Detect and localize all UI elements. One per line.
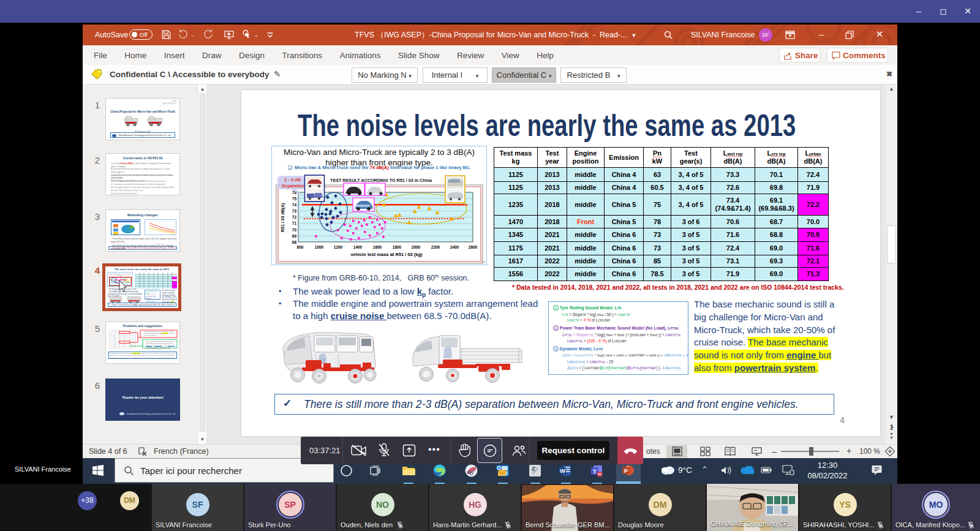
- svg-text:O: O: [497, 465, 501, 471]
- svg-text:P: P: [624, 467, 628, 474]
- svg-text:2 - 3 dB: 2 - 3 dB: [284, 177, 301, 183]
- svg-text:2200: 2200: [431, 245, 440, 249]
- svg-text:75: 75: [292, 197, 297, 201]
- svg-text:1000: 1000: [315, 245, 324, 249]
- svg-text:800: 800: [297, 245, 304, 249]
- svg-text:1200: 1200: [334, 245, 343, 249]
- svg-text:1400: 1400: [353, 245, 363, 249]
- svg-text:vehicle test mass at R51 / 03: vehicle test mass at R51 / 03 (kg): [350, 252, 423, 257]
- svg-text:R51 / 03 dB(A): R51 / 03 dB(A): [281, 203, 285, 232]
- svg-text:73: 73: [292, 209, 297, 213]
- svg-text:74: 74: [292, 203, 297, 207]
- svg-text:Separation: Separation: [282, 183, 306, 189]
- svg-text:2000: 2000: [412, 245, 421, 249]
- svg-text:70: 70: [292, 228, 297, 232]
- svg-text:71: 71: [292, 221, 297, 225]
- svg-text:68: 68: [292, 240, 297, 244]
- svg-text:1800: 1800: [393, 245, 402, 249]
- svg-text:T: T: [593, 468, 597, 475]
- svg-text:W: W: [560, 467, 565, 474]
- svg-text:72: 72: [292, 215, 297, 219]
- svg-text:69: 69: [292, 234, 297, 238]
- svg-text:TEST RESULT ACCORDING TO R51 /: TEST RESULT ACCORDING TO R51 / 03 in Chi…: [330, 178, 432, 183]
- svg-text:2400: 2400: [450, 245, 459, 249]
- svg-text:1600: 1600: [373, 245, 382, 249]
- svg-text:2600: 2600: [469, 245, 478, 249]
